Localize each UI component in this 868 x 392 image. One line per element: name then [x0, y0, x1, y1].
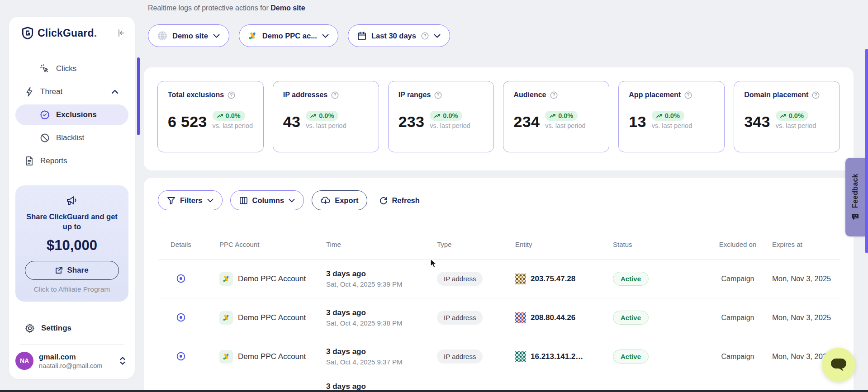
stat-title: IP ranges [398, 91, 431, 99]
trend-up-icon [656, 113, 663, 118]
column-header-type: Type [437, 241, 515, 248]
columns-icon [239, 196, 248, 205]
site-selector-dropdown[interactable]: Demo site [148, 24, 229, 47]
sidebar-item-label: Reports [40, 156, 67, 165]
status-badge: Active [613, 311, 649, 325]
lightning-icon [25, 87, 34, 97]
view-details-eye-icon[interactable] [175, 273, 187, 284]
status-badge: Active [613, 272, 649, 286]
chat-widget-button[interactable] [822, 348, 855, 382]
column-header-expires-at: Expires at [772, 241, 840, 248]
columns-dropdown[interactable]: Columns [230, 190, 304, 210]
account-switcher[interactable]: NA gmail.com naatali.ro@gmail.com [9, 350, 135, 372]
brand-wordmark: ClickGuard. [38, 27, 97, 39]
badge-check-icon [40, 110, 50, 120]
sidebar: ClickGuard. Clicks [9, 17, 135, 379]
table-row: Demo PPC Account 3 days ago Sat, Oct 4, … [158, 298, 840, 337]
columns-label: Columns [252, 196, 285, 205]
date-range-dropdown[interactable]: Last 30 days [348, 24, 450, 47]
promo-amount: $10,000 [23, 237, 121, 254]
cloud-download-icon [321, 196, 330, 204]
megaphone-icon [23, 195, 121, 207]
date-range-value: Last 30 days [371, 32, 416, 40]
stat-title: Total exclusions [168, 91, 224, 99]
google-ads-icon [219, 350, 233, 364]
table-row: Demo PPC Account 3 days ago Sat, Oct 4, … [158, 260, 840, 298]
refresh-icon [379, 196, 388, 204]
entity-value: 208.80.44.26 [531, 313, 575, 322]
share-button[interactable]: Share [25, 261, 119, 280]
selector-row: Demo site Demo PPC ac... [148, 24, 854, 47]
feedback-smiley-icon [851, 213, 859, 221]
chevron-down-icon [289, 198, 295, 203]
user-name: gmail.com [39, 353, 102, 361]
stat-value: 233 [398, 114, 425, 129]
chevron-up-icon [111, 90, 119, 94]
help-circle-icon[interactable] [421, 32, 429, 40]
chevron-down-icon [207, 198, 213, 203]
sidebar-scrollbar[interactable] [137, 57, 140, 135]
compare-label: vs. last period [545, 122, 585, 129]
user-email: naatali.ro@gmail.com [39, 362, 102, 369]
type-badge: IP address [437, 349, 483, 364]
compare-label: vs. last period [776, 122, 816, 129]
feedback-tab[interactable]: Feedback [845, 158, 865, 236]
compare-label: vs. last period [652, 122, 692, 129]
chat-bubble-icon [830, 357, 847, 373]
time-full: Sat, Oct 4, 2025 9:38 PM [326, 319, 437, 327]
trend-up-icon [434, 113, 441, 118]
status-badge: Active [613, 349, 649, 364]
stat-title: Audience [513, 91, 546, 99]
table-toolbar: Filters Columns [158, 190, 840, 210]
entity-identicon [515, 351, 526, 362]
bottom-edge-strip [0, 390, 868, 392]
sidebar-item-exclusions[interactable]: Exclusions [15, 104, 128, 125]
document-icon [25, 156, 34, 166]
chevron-down-icon [434, 34, 441, 38]
stat-app-placement: App placement 13 0.0% vs. last period [618, 81, 725, 152]
table-header-row: Details PPC Account Time Type Entity Sta… [158, 230, 840, 260]
google-ads-icon [219, 311, 233, 325]
view-details-eye-icon[interactable] [175, 312, 187, 323]
time-full: Sat, Oct 4, 2025 9:37 PM [326, 358, 437, 366]
compare-label: vs. last period [430, 122, 470, 129]
help-circle-icon[interactable] [331, 91, 339, 99]
help-circle-icon[interactable] [684, 91, 692, 99]
column-header-status: Status [613, 241, 703, 248]
filters-dropdown[interactable]: Filters [158, 190, 223, 210]
settings-label: Settings [41, 324, 71, 333]
globe-icon [157, 31, 167, 41]
ppc-account-selector-value: Demo PPC ac... [262, 32, 317, 40]
view-details-eye-icon[interactable] [175, 350, 187, 362]
help-circle-icon[interactable] [550, 91, 558, 99]
change-badge: 0.0% [213, 111, 245, 121]
affiliate-program-link[interactable]: Click to Affiliate Program [23, 285, 121, 293]
export-button[interactable]: Export [312, 190, 367, 210]
ppc-account-selector-dropdown[interactable]: Demo PPC ac... [239, 24, 338, 47]
sidebar-item-clicks[interactable]: Clicks [15, 58, 128, 79]
column-header-excluded-on: Excluded on [703, 240, 772, 249]
sidebar-item-blacklist[interactable]: Blacklist [15, 128, 128, 148]
refresh-button[interactable]: Refresh [379, 196, 419, 205]
sidebar-item-label: Clicks [56, 64, 76, 73]
help-circle-icon[interactable] [434, 91, 442, 99]
excluded-on-value: Campaign [703, 275, 772, 283]
sidebar-collapse-icon[interactable] [117, 29, 125, 37]
excluded-on-value: Campaign [703, 314, 772, 322]
sidebar-divider [20, 344, 124, 345]
external-link-icon [55, 266, 63, 274]
sidebar-item-threat[interactable]: Threat [15, 81, 128, 102]
sidebar-item-reports[interactable]: Reports [15, 151, 128, 171]
sidebar-item-settings[interactable]: Settings [9, 319, 135, 338]
expires-at-value: Mon, Nov 3, 2025 [772, 274, 840, 283]
stat-value: 343 [744, 114, 770, 129]
time-relative: 3 days ago [326, 347, 437, 356]
time-relative: 3 days ago [326, 269, 437, 279]
help-circle-icon[interactable] [812, 91, 820, 99]
stat-value: 234 [513, 114, 540, 129]
change-badge: 0.0% [652, 111, 684, 121]
page-scrollbar-thumb[interactable] [865, 49, 868, 253]
google-ads-icon [219, 272, 233, 286]
help-circle-icon[interactable] [228, 91, 235, 99]
feedback-label: Feedback [851, 174, 859, 208]
